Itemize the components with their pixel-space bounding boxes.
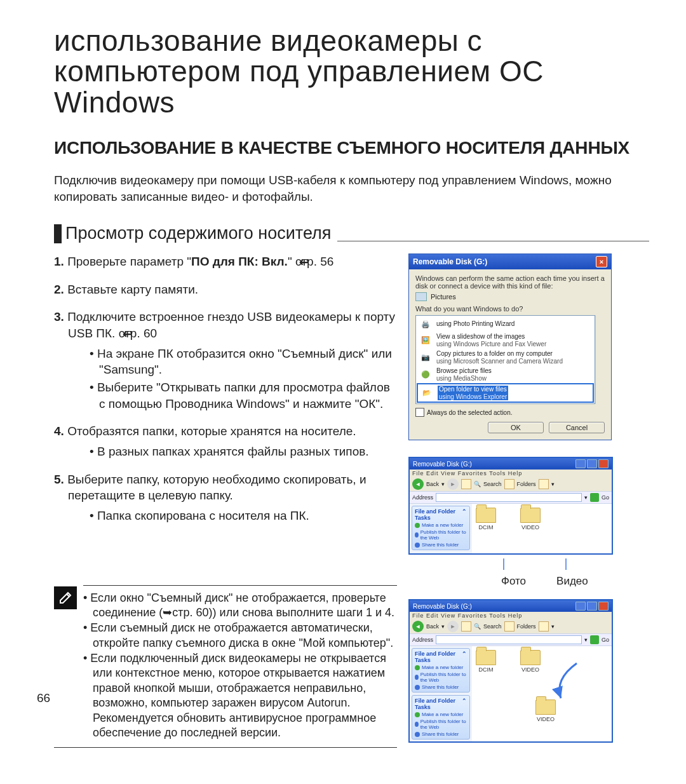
forward-button-icon[interactable]: ► [447, 621, 459, 632]
tasks-panel: File and Folder Tasks⌃ Make a new folder… [412, 648, 470, 693]
action-option-slideshow-label: View a slideshow of the images [436, 333, 525, 340]
address-label: Address [412, 494, 433, 501]
back-button-icon[interactable]: ◄ [412, 621, 424, 632]
close-icon[interactable] [598, 459, 609, 468]
folder-video-label: VIDEO [521, 666, 539, 673]
task-publish[interactable]: Publish this folder to the Web [415, 719, 467, 730]
search-icon[interactable]: 🔍 [474, 481, 481, 487]
up-folder-icon[interactable] [461, 621, 471, 632]
task-share[interactable]: Share this folder [415, 684, 467, 690]
action-option-copy[interactable]: 📷 Copy pictures to a folder on my comput… [417, 349, 594, 366]
action-option-print[interactable]: 🖨️ using Photo Printing Wizard [417, 316, 594, 332]
address-field[interactable] [436, 493, 582, 502]
address-field[interactable] [436, 635, 582, 644]
folder-dcim[interactable]: DCIM [476, 650, 496, 673]
close-icon[interactable]: × [596, 256, 607, 267]
close-icon[interactable] [598, 602, 609, 611]
task-icon [415, 543, 420, 548]
task-make-folder[interactable]: Make a new folder [415, 522, 467, 528]
go-button-icon[interactable] [590, 493, 599, 502]
intro-paragraph: Подключив видеокамеру при помощи USB-каб… [54, 172, 649, 205]
dialog-line-1: Windows can perform the same action each… [415, 274, 605, 290]
minimize-icon[interactable] [575, 602, 586, 611]
views-icon[interactable] [539, 621, 549, 632]
folder-icon [476, 508, 496, 523]
folder-video[interactable]: VIDEO [520, 650, 541, 673]
note-pencil-icon [54, 586, 77, 609]
task-share[interactable]: Share this folder [415, 731, 467, 737]
folder-video-target[interactable]: VIDEO [535, 700, 556, 722]
step-1-pre: Проверьте параметр " [67, 255, 191, 268]
chevron-icon[interactable]: ⌃ [462, 698, 467, 710]
action-option-copy-label: Copy pictures to a folder on my computer [436, 350, 553, 357]
task-icon [415, 722, 419, 727]
ok-button[interactable]: OK [488, 422, 544, 433]
note-item-3: Если подключенный диск видеокамеры не от… [83, 651, 397, 740]
dialog-pictures-label: Pictures [431, 293, 456, 301]
task-make-folder[interactable]: Make a new folder [415, 712, 467, 717]
search-label: Search [483, 481, 502, 487]
subsection-heading: Просмотр содержимого носителя [65, 224, 331, 243]
step-3-bullet-1: На экране ПК отобразится окно "Съемный д… [90, 346, 397, 378]
task-icon [415, 712, 420, 717]
minimize-icon[interactable] [575, 459, 586, 468]
go-button-icon[interactable] [590, 635, 599, 644]
folders-icon[interactable] [504, 621, 514, 632]
task-make-folder[interactable]: Make a new folder [415, 665, 467, 670]
search-label: Search [483, 623, 502, 630]
always-do-row[interactable]: Always do the selected action. [415, 408, 605, 417]
listbox-scrollbar[interactable] [595, 315, 605, 404]
task-icon [415, 532, 419, 537]
folder-video[interactable]: VIDEO [520, 508, 541, 531]
tasks-panel-title: File and Folder Tasks [415, 508, 462, 521]
removable-disk-dialog: Removable Disk (G:) × Windows can perfor… [408, 253, 612, 440]
explorer-window-top: Removable Disk (G:) File Edit View Favor… [408, 457, 613, 555]
pictures-icon [415, 292, 427, 301]
cancel-button[interactable]: Cancel [549, 422, 605, 433]
step-5-bullet-1: Папка скопирована с носителя на ПК. [90, 508, 397, 524]
explorer-toolbar: ◄ Back ▾ ► 🔍Search Folders ▾ [410, 477, 612, 492]
action-option-open-label: Open folder to view files [439, 386, 507, 393]
folder-dcim[interactable]: DCIM [476, 508, 496, 531]
explorer-menu-bar[interactable]: File Edit View Favorites Tools Help [410, 612, 612, 619]
chevron-icon[interactable]: ⌃ [462, 508, 467, 521]
step-4-bullet-1: В разных папках хранятся файлы разных ти… [90, 443, 397, 460]
step-5: 5. Выберите папку, которую необходимо ск… [54, 471, 397, 524]
maximize-icon[interactable] [587, 459, 597, 468]
task-icon [415, 523, 420, 528]
action-option-open-folder[interactable]: 📂 Open folder to view filesusing Windows… [417, 383, 594, 403]
folders-label: Folders [517, 481, 536, 487]
task-publish[interactable]: Publish this folder to the Web [415, 672, 467, 683]
page-number: 66 [37, 691, 50, 705]
up-folder-icon[interactable] [461, 479, 471, 489]
callout-photo: Фото [501, 575, 526, 588]
explorer-window-bottom: Removable Disk (G:) File Edit View Favor… [408, 599, 613, 743]
back-button-icon[interactable]: ◄ [412, 478, 424, 490]
maximize-icon[interactable] [587, 602, 597, 611]
task-share[interactable]: Share this folder [415, 542, 467, 548]
explorer-toolbar: ◄ Back ▾ ► 🔍Search Folders ▾ [410, 619, 612, 634]
dialog-line-2: What do you want Windows to do? [415, 305, 605, 313]
chevron-icon[interactable]: ⌃ [462, 651, 467, 663]
task-publish[interactable]: Publish this folder to the Web [415, 529, 467, 541]
step-number: 4. [54, 424, 64, 438]
action-listbox[interactable]: 🖨️ using Photo Printing Wizard 🖼️ View a… [415, 315, 595, 404]
dialog-filetype-row: Pictures [415, 292, 605, 301]
go-label: Go [602, 494, 609, 501]
action-option-browse[interactable]: 🟢 Browse picture filesusing MediaShow [417, 366, 594, 383]
camera-icon: 📷 [419, 351, 433, 364]
subsection-heading-row: Просмотр содержимого носителя [54, 224, 649, 243]
always-do-checkbox[interactable] [415, 408, 424, 417]
action-option-browse-label: Browse picture files [436, 367, 492, 374]
action-option-slideshow[interactable]: 🖼️ View a slideshow of the imagesusing W… [417, 332, 594, 349]
explorer-menu-bar[interactable]: File Edit View Favorites Tools Help [410, 470, 612, 477]
drag-arrow-icon [542, 660, 586, 705]
always-do-label: Always do the selected action. [427, 409, 513, 416]
heading-rule [337, 226, 649, 241]
search-icon[interactable]: 🔍 [474, 623, 481, 630]
forward-button-icon[interactable]: ► [447, 478, 459, 490]
steps-list: 1. Проверьте параметр "ПО для ПК: Вкл." … [54, 253, 397, 524]
section-main-heading: ИСПОЛЬЗОВАНИЕ В КАЧЕСТВЕ СЪЕМНОГО НОСИТЕ… [54, 138, 649, 158]
views-icon[interactable] [539, 479, 549, 489]
folders-icon[interactable] [504, 479, 514, 489]
